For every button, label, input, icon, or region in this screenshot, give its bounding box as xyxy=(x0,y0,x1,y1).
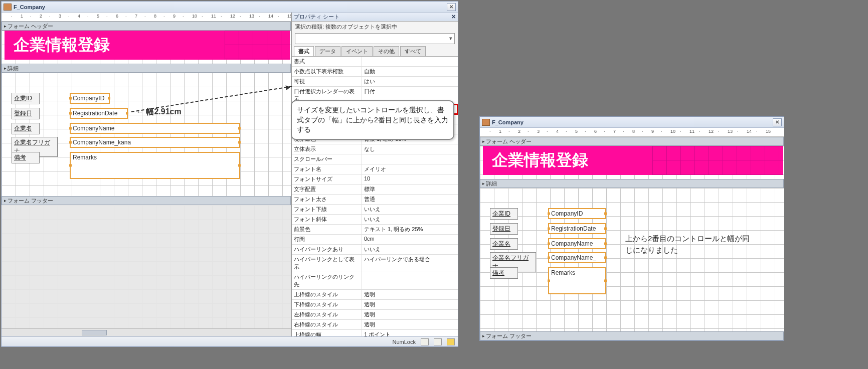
titlebar[interactable]: F_Company ✕ xyxy=(2,2,458,13)
field-kana[interactable]: CompanyName_ xyxy=(548,252,606,263)
field-reg-date[interactable]: RegistrationDate xyxy=(70,108,128,119)
property-row[interactable]: ハイパーリンクとして表示ハイパーリンクである場合 xyxy=(292,255,458,272)
property-row[interactable]: 行間0cm xyxy=(292,235,458,245)
section-form-footer[interactable]: フォーム フッター xyxy=(480,331,784,340)
property-value[interactable]: 10 xyxy=(362,174,458,184)
property-name: ハイパーリンクのリンク先 xyxy=(292,272,362,289)
property-row[interactable]: 上枠線の幅1 ポイント xyxy=(292,330,458,336)
tab-data[interactable]: データ xyxy=(315,46,340,56)
field-reg-date[interactable]: RegistrationDate xyxy=(548,223,606,234)
field-company[interactable]: CompanyName xyxy=(548,238,606,249)
label-company[interactable]: 企業名 xyxy=(490,238,518,250)
close-button[interactable]: ✕ xyxy=(773,118,782,126)
field-kana[interactable]: CompanyName_kana xyxy=(70,137,240,148)
property-row[interactable]: フォント太さ普通 xyxy=(292,195,458,205)
view-design-icon[interactable] xyxy=(447,338,455,345)
tab-other[interactable]: その他 xyxy=(374,46,399,56)
field-company-id[interactable]: CompanyID xyxy=(70,93,110,104)
property-row[interactable]: 下枠線のスタイル透明 xyxy=(292,300,458,310)
property-value[interactable]: 透明 xyxy=(362,300,458,309)
property-row[interactable]: 書式 xyxy=(292,57,458,67)
property-value[interactable]: 透明 xyxy=(362,320,458,329)
object-selector[interactable] xyxy=(295,33,455,44)
label-company-id[interactable]: 企業ID xyxy=(12,93,40,104)
property-row[interactable]: 可視はい xyxy=(292,77,458,87)
tab-event[interactable]: イベント xyxy=(341,46,373,56)
property-row[interactable]: スクロールバー xyxy=(292,154,458,164)
property-row[interactable]: 前景色テキスト 1, 明るめ 25% xyxy=(292,225,458,235)
property-name: 書式 xyxy=(292,57,362,66)
tab-format[interactable]: 書式 xyxy=(294,46,314,56)
property-value[interactable] xyxy=(362,57,458,66)
property-row[interactable]: 小数点以下表示桁数自動 xyxy=(292,67,458,77)
property-value[interactable]: 標準 xyxy=(362,184,458,194)
property-value[interactable]: はい xyxy=(362,77,458,86)
label-reg-date[interactable]: 登録日 xyxy=(12,108,40,119)
field-remarks[interactable]: Remarks xyxy=(548,267,606,294)
property-value[interactable]: 自動 xyxy=(362,67,458,76)
property-row[interactable]: フォント名メイリオ xyxy=(292,164,458,174)
property-value[interactable]: 1 ポイント xyxy=(362,330,458,336)
property-value[interactable] xyxy=(362,272,458,289)
section-form-header[interactable]: フォーム ヘッダー xyxy=(480,137,784,146)
callout-text: サイズを変更したいコントロールを選択し、書式タブの「幅」に上から2番目と同じ長さ… xyxy=(297,106,448,133)
property-row[interactable]: 上枠線のスタイル透明 xyxy=(292,290,458,300)
property-value[interactable]: なし xyxy=(362,144,458,154)
property-row[interactable]: ハイパーリンクありいいえ xyxy=(292,245,458,255)
property-value[interactable]: 透明 xyxy=(362,290,458,299)
property-value[interactable]: メイリオ xyxy=(362,164,458,174)
property-row[interactable]: フォント斜体いいえ xyxy=(292,215,458,225)
property-value[interactable]: いいえ xyxy=(362,215,458,224)
field-remarks[interactable]: Remarks xyxy=(70,152,240,179)
property-sheet-close[interactable]: ✕ xyxy=(451,14,456,20)
section-detail[interactable]: 詳細 xyxy=(480,179,784,188)
property-name: 小数点以下表示桁数 xyxy=(292,67,362,76)
label-company[interactable]: 企業名 xyxy=(12,123,40,134)
property-value[interactable]: 0cm xyxy=(362,235,458,244)
property-value[interactable]: ハイパーリンクである場合 xyxy=(362,255,458,272)
field-company[interactable]: CompanyName xyxy=(70,123,240,134)
form-design-window-right: F_Company ✕ 1·2·3·4·5·6·7·8·9·10·11·12·1… xyxy=(479,116,784,341)
section-detail[interactable]: 詳細 xyxy=(2,64,291,73)
titlebar[interactable]: F_Company ✕ xyxy=(480,117,784,128)
property-row[interactable]: 左枠線のスタイル透明 xyxy=(292,310,458,320)
label-company-id[interactable]: 企業ID xyxy=(490,208,518,220)
property-name: 前景色 xyxy=(292,225,362,234)
form-icon xyxy=(482,119,490,126)
label-remarks[interactable]: 備考 xyxy=(12,152,40,163)
property-row[interactable]: 右枠線のスタイル透明 xyxy=(292,320,458,330)
view-form-icon[interactable] xyxy=(421,338,429,345)
property-value[interactable]: 普通 xyxy=(362,195,458,204)
property-value[interactable]: いいえ xyxy=(362,245,458,254)
property-grid[interactable]: 書式小数点以下表示桁数自動可視はい日付選択カレンダーの表示日付幅2.91cm高さ… xyxy=(292,57,458,336)
window-title: F_Company xyxy=(14,4,447,10)
property-name: 右枠線のスタイル xyxy=(292,320,362,329)
property-tabs: 書式 データ イベント その他 すべて xyxy=(292,46,458,57)
field-company-id[interactable]: CompanyID xyxy=(548,208,606,219)
property-value[interactable] xyxy=(362,154,458,164)
property-value[interactable]: いいえ xyxy=(362,205,458,214)
property-value[interactable]: 透明 xyxy=(362,310,458,319)
section-form-footer[interactable]: フォーム フッター xyxy=(2,196,291,205)
property-row[interactable]: 立体表示なし xyxy=(292,144,458,154)
scrollbar-horizontal[interactable] xyxy=(2,328,291,336)
label-remarks[interactable]: 備考 xyxy=(490,267,518,279)
window-title: F_Company xyxy=(492,119,773,125)
section-form-header[interactable]: フォーム ヘッダー xyxy=(2,22,291,31)
property-row[interactable]: 文字配置標準 xyxy=(292,184,458,195)
property-row[interactable]: フォント下線いいえ xyxy=(292,205,458,215)
property-name: フォント太さ xyxy=(292,195,362,204)
property-value[interactable]: テキスト 1, 明るめ 25% xyxy=(362,225,458,234)
property-row[interactable]: フォントサイズ10 xyxy=(292,174,458,184)
close-button[interactable]: ✕ xyxy=(447,3,456,11)
view-datasheet-icon[interactable] xyxy=(434,338,442,345)
label-reg-date[interactable]: 登録日 xyxy=(490,223,518,235)
numlock-indicator: NumLock xyxy=(393,339,416,345)
property-row[interactable]: ハイパーリンクのリンク先 xyxy=(292,272,458,290)
selection-type: 選択の種類: 複数のオブジェクトを選択中 xyxy=(292,22,458,32)
ruler-horizontal: 1·2·3·4·5·6·7·8·9·10·11·12·13·14·15· xyxy=(480,128,784,137)
tab-all[interactable]: すべて xyxy=(400,46,426,56)
form-title-text: 企業情報登録 xyxy=(14,34,110,56)
width-annotation: ← 幅2.91cm xyxy=(136,107,182,117)
result-annotation: 上から2番目のコントロールと幅が同じになりました xyxy=(625,233,756,256)
